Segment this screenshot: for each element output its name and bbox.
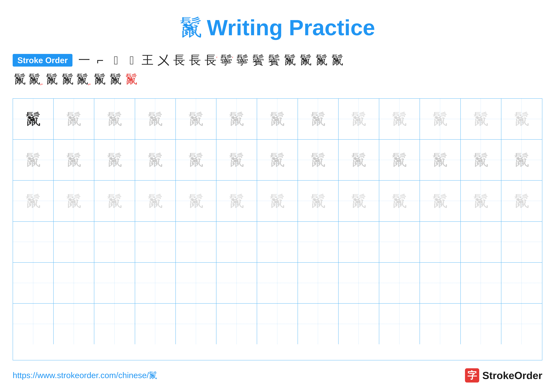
grid-cell-3-5[interactable]: 鬣 [176, 181, 216, 221]
stroke-8: 長 [188, 52, 202, 68]
stroke-17: 鬣 [330, 52, 345, 68]
grid-row-1: 鬣 鬣 鬣 鬣 鬣 鬣 鬣 鬣 鬣 鬣 鬣 鬣 鬣 [13, 99, 542, 140]
grid-cell-6-9[interactable] [339, 304, 379, 344]
grid-cell-2-6[interactable]: 鬣 [216, 140, 257, 180]
grid-cell-6-10[interactable] [379, 304, 420, 344]
grid-cell-3-1[interactable]: 鬣 [13, 181, 54, 221]
grid-cell-6-13[interactable] [501, 304, 542, 344]
grid-cell-2-7[interactable]: 鬣 [257, 140, 298, 180]
grid-cell-5-1[interactable] [13, 263, 54, 303]
grid-cell-5-11[interactable] [420, 263, 460, 303]
grid-cell-2-3[interactable]: 鬣 [94, 140, 135, 180]
grid-cell-4-11[interactable] [420, 222, 460, 262]
grid-cell-5-2[interactable] [54, 263, 94, 303]
stroke-order-row-2: 鬣 鬣⌐ 鬣 鬣 鬣⌐ 鬣 鬣 鬣 [13, 71, 542, 87]
grid-cell-6-1[interactable] [13, 304, 54, 344]
grid-cell-3-4[interactable]: 鬣 [135, 181, 176, 221]
grid-cell-3-8[interactable]: 鬣 [298, 181, 339, 221]
grid-cell-5-4[interactable] [135, 263, 176, 303]
footer-url[interactable]: https://www.strokeorder.com/chinese/鬣 [13, 370, 157, 381]
grid-cell-6-4[interactable] [135, 304, 176, 344]
grid-cell-2-12[interactable]: 鬣 [461, 140, 501, 180]
grid-cell-1-10[interactable]: 鬣 [379, 99, 420, 139]
grid-cell-1-8[interactable]: 鬣 [298, 99, 339, 139]
grid-cell-1-6[interactable]: 鬣 [216, 99, 257, 139]
grid-cell-4-7[interactable] [257, 222, 298, 262]
grid-cell-5-7[interactable] [257, 263, 298, 303]
grid-cell-1-7[interactable]: 鬣 [257, 99, 298, 139]
stroke-11: 鬡 [235, 52, 250, 68]
grid-cell-5-8[interactable] [298, 263, 339, 303]
stroke-16: 鬣 [314, 52, 329, 68]
grid-cell-4-3[interactable] [94, 222, 135, 262]
grid-cell-4-9[interactable] [339, 222, 379, 262]
grid-cell-6-7[interactable] [257, 304, 298, 344]
grid-cell-2-2[interactable]: 鬣 [54, 140, 94, 180]
stroke-24: 鬣 [108, 71, 123, 87]
grid-cell-2-10[interactable]: 鬣 [379, 140, 420, 180]
grid-cell-4-4[interactable] [135, 222, 176, 262]
stroke-10: 鬡′ [219, 52, 234, 68]
grid-cell-3-9[interactable]: 鬣 [339, 181, 379, 221]
grid-cell-2-4[interactable]: 鬣 [135, 140, 176, 180]
grid-cell-4-10[interactable] [379, 222, 420, 262]
grid-cell-3-6[interactable]: 鬣 [216, 181, 257, 221]
stroke-14: 鬣 [283, 52, 297, 68]
grid-cell-1-9[interactable]: 鬣 [339, 99, 379, 139]
grid-cell-5-5[interactable] [176, 263, 216, 303]
grid-cell-6-6[interactable] [216, 304, 257, 344]
grid-cell-1-12[interactable]: 鬣 [461, 99, 501, 139]
grid-cell-2-5[interactable]: 鬣 [176, 140, 216, 180]
footer-logo-text: StrokeOrder [482, 370, 542, 381]
grid-cell-4-1[interactable] [13, 222, 54, 262]
grid-cell-6-5[interactable] [176, 304, 216, 344]
stroke-18: 鬣 [13, 71, 27, 87]
grid-cell-1-5[interactable]: 鬣 [176, 99, 216, 139]
grid-cell-1-2[interactable]: 鬣 [54, 99, 94, 139]
grid-cell-1-13[interactable]: 鬣 [501, 99, 542, 139]
grid-cell-3-11[interactable]: 鬣 [420, 181, 460, 221]
grid-cell-2-9[interactable]: 鬣 [339, 140, 379, 180]
grid-cell-5-13[interactable] [501, 263, 542, 303]
grid-cell-5-3[interactable] [94, 263, 135, 303]
grid-cell-2-1[interactable]: 鬣 [13, 140, 54, 180]
stroke-12: 鬢 [251, 52, 265, 68]
grid-cell-2-11[interactable]: 鬣 [420, 140, 460, 180]
grid-cell-1-1[interactable]: 鬣 [13, 99, 54, 139]
practice-grid: 鬣 鬣 鬣 鬣 鬣 鬣 鬣 鬣 鬣 鬣 鬣 鬣 鬣 鬣 鬣 鬣 鬣 鬣 鬣 鬣 … [13, 98, 542, 360]
grid-cell-3-3[interactable]: 鬣 [94, 181, 135, 221]
grid-cell-6-12[interactable] [461, 304, 501, 344]
grid-cell-1-11[interactable]: 鬣 [420, 99, 460, 139]
stroke-order-row-1: Stroke Order 一 ⌐ 𠃎 𠃎 王 㐅 長 長 長′ 鬡′ 鬡 鬢 鬢… [13, 52, 542, 68]
grid-cell-3-7[interactable]: 鬣 [257, 181, 298, 221]
grid-cell-2-8[interactable]: 鬣 [298, 140, 339, 180]
grid-cell-4-6[interactable] [216, 222, 257, 262]
grid-cell-6-2[interactable] [54, 304, 94, 344]
grid-cell-3-12[interactable]: 鬣 [461, 181, 501, 221]
grid-cell-5-6[interactable] [216, 263, 257, 303]
stroke-13: 鬢 [267, 52, 281, 68]
grid-cell-4-13[interactable] [501, 222, 542, 262]
grid-cell-4-2[interactable] [54, 222, 94, 262]
grid-cell-3-10[interactable]: 鬣 [379, 181, 420, 221]
grid-cell-4-8[interactable] [298, 222, 339, 262]
grid-cell-3-13[interactable]: 鬣 [501, 181, 542, 221]
grid-cell-3-2[interactable]: 鬣 [54, 181, 94, 221]
grid-cell-5-10[interactable] [379, 263, 420, 303]
grid-cell-1-4[interactable]: 鬣 [135, 99, 176, 139]
grid-cell-2-13[interactable]: 鬣 [501, 140, 542, 180]
grid-cell-6-3[interactable] [94, 304, 135, 344]
stroke-1: 一 [77, 52, 91, 68]
stroke-19: 鬣⌐ [29, 71, 43, 87]
grid-cell-4-12[interactable] [461, 222, 501, 262]
grid-cell-5-12[interactable] [461, 263, 501, 303]
strokeorder-icon: 字 [465, 368, 479, 383]
grid-cell-1-3[interactable]: 鬣 [94, 99, 135, 139]
stroke-order-section: Stroke Order 一 ⌐ 𠃎 𠃎 王 㐅 長 長 長′ 鬡′ 鬡 鬢 鬢… [13, 52, 542, 90]
grid-cell-4-5[interactable] [176, 222, 216, 262]
grid-cell-6-11[interactable] [420, 304, 460, 344]
grid-cell-6-8[interactable] [298, 304, 339, 344]
stroke-7: 長 [172, 52, 186, 68]
stroke-21: 鬣 [61, 71, 75, 87]
grid-cell-5-9[interactable] [339, 263, 379, 303]
